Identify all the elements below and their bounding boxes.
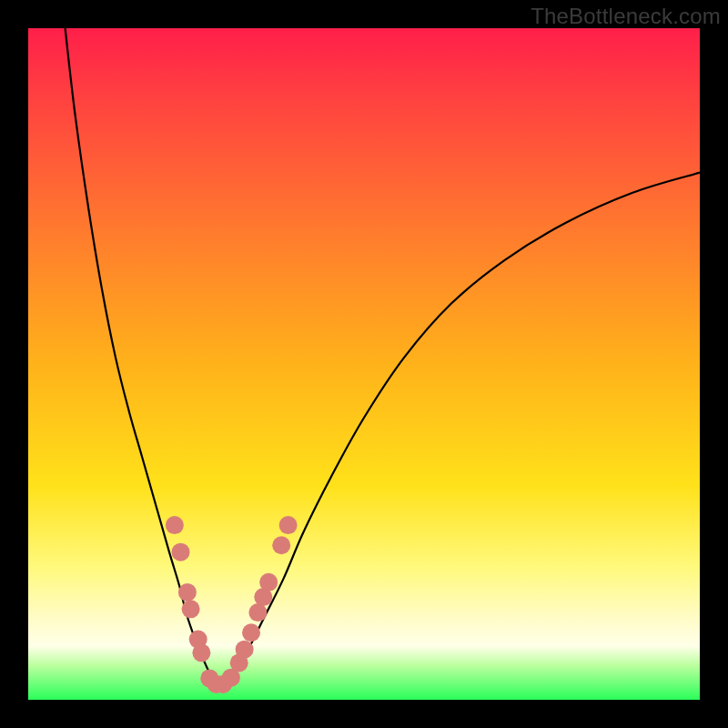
marker-point: [248, 603, 267, 622]
chart-svg: [28, 28, 700, 700]
chart-frame: TheBottleneck.com: [0, 0, 728, 728]
marker-point: [272, 536, 290, 554]
plot-area: [28, 28, 700, 700]
marker-point: [236, 641, 254, 659]
watermark-label: TheBottleneck.com: [531, 4, 721, 29]
marker-point: [259, 573, 278, 592]
marker-point: [172, 543, 190, 561]
marker-point: [166, 516, 184, 534]
curve-right-branch: [213, 173, 700, 684]
marker-point: [182, 600, 200, 618]
marker-point: [279, 516, 298, 534]
marker-point: [242, 623, 260, 642]
marker-point: [178, 583, 197, 602]
marker-point: [192, 643, 210, 662]
